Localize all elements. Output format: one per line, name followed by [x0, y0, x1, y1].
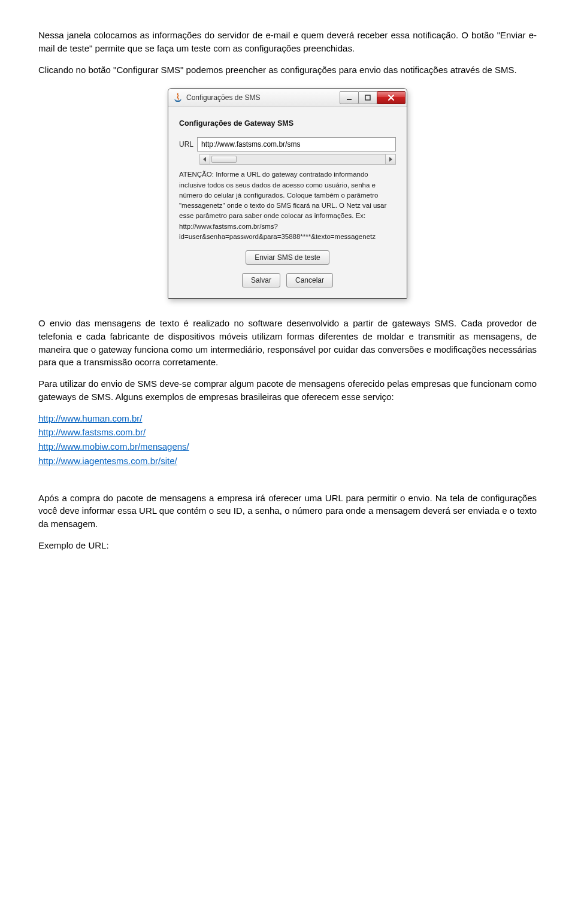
link-fastsms[interactable]: http://www.fastsms.com.br/ — [38, 427, 146, 437]
scroll-thumb[interactable] — [211, 156, 237, 163]
paragraph: Clicando no botão "Configurar SMS" podem… — [38, 63, 537, 77]
scroll-track[interactable] — [210, 154, 385, 164]
window-buttons — [340, 91, 405, 104]
dialog-body: Configurações de Gateway SMS URL ATENÇÃO… — [168, 107, 407, 298]
dialog-heading: Configurações de Gateway SMS — [179, 118, 396, 129]
svg-rect-1 — [365, 95, 370, 100]
svg-rect-0 — [347, 99, 352, 100]
send-test-sms-button[interactable]: Enviar SMS de teste — [246, 250, 329, 265]
sms-config-dialog: Configurações de SMS Configurações de Ga… — [168, 88, 407, 299]
link-mobiw[interactable]: http://www.mobiw.com.br/mensagens/ — [38, 441, 189, 452]
paragraph: Exemplo de URL: — [38, 539, 537, 552]
warning-text: ATENÇÃO: Informe a URL do gateway contra… — [179, 169, 396, 242]
link-iagentesms[interactable]: http://www.iagentesms.com.br/site/ — [38, 456, 177, 466]
url-label: URL — [179, 140, 193, 150]
save-button[interactable]: Salvar — [242, 273, 280, 287]
paragraph: Após a compra do pacote de mensagens a e… — [38, 492, 537, 531]
horizontal-scrollbar[interactable] — [199, 154, 396, 165]
url-input[interactable] — [197, 137, 396, 152]
link-human[interactable]: http://www.human.com.br/ — [38, 413, 142, 423]
minimize-button[interactable] — [340, 91, 359, 104]
dialog-title: Configurações de SMS — [186, 93, 337, 103]
titlebar: Configurações de SMS — [168, 89, 407, 107]
paragraph: Para utilizar do envio de SMS deve-se co… — [38, 377, 537, 404]
scroll-right-icon[interactable] — [385, 154, 395, 164]
cancel-button[interactable]: Cancelar — [286, 273, 333, 287]
close-button[interactable] — [377, 91, 405, 104]
link-list: http://www.human.com.br/ http://www.fast… — [38, 412, 537, 468]
java-icon — [173, 93, 183, 102]
paragraph: Nessa janela colocamos as informações do… — [38, 29, 537, 55]
dialog-screenshot: Configurações de SMS Configurações de Ga… — [38, 88, 537, 299]
paragraph: O envio das mensagens de texto é realiza… — [38, 317, 537, 369]
maximize-button[interactable] — [358, 91, 377, 104]
scroll-left-icon[interactable] — [200, 154, 210, 164]
